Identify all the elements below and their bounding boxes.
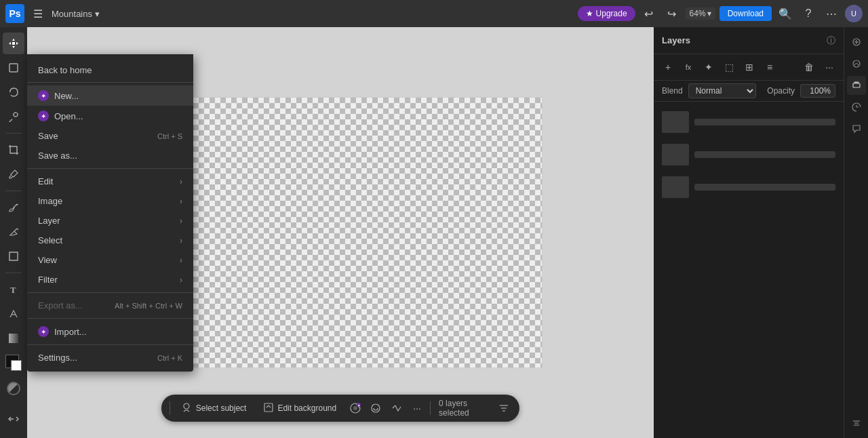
history-panel-button[interactable] — [847, 98, 866, 117]
user-avatar[interactable]: U — [845, 5, 863, 22]
contextual-task-1-button[interactable]: ✦ — [347, 399, 363, 418]
app-logo: Ps — [5, 4, 24, 23]
contextual-task-2-button[interactable] — [368, 399, 384, 418]
menu-item-image[interactable]: Image › — [27, 191, 193, 211]
layer-item[interactable] — [659, 140, 838, 170]
new-icon: ✦ — [38, 90, 49, 101]
layers-type-button[interactable]: ≡ — [761, 58, 778, 76]
select-subject-icon — [181, 402, 192, 415]
menu-item-view[interactable]: View › — [27, 250, 193, 270]
open-icon: ✦ — [38, 111, 49, 121]
layer-item[interactable] — [659, 107, 838, 137]
bottom-toolbar: Select subject Edit background ✦ ··· 0 — [161, 395, 519, 422]
opacity-value[interactable]: 100% — [800, 84, 835, 98]
blend-mode-row: Blend Normal Opacity 100% — [654, 81, 844, 102]
menu-item-filter[interactable]: Filter › — [27, 270, 193, 290]
back-to-home-item[interactable]: Back to home — [27, 58, 193, 83]
menu-item-export-as: Export as... Alt + Shift + Ctrl + W — [27, 296, 193, 315]
shape-tool[interactable] — [3, 245, 24, 267]
quick-mask-mode[interactable] — [7, 382, 20, 395]
collapse-panel-button[interactable] — [3, 408, 24, 430]
layers-panel: Layers ⓘ + fx ✦ ⬚ ⊞ ≡ 🗑 ··· Blend Normal… — [654, 27, 844, 438]
svg-rect-12 — [264, 403, 272, 412]
more-layers-button[interactable]: ··· — [821, 58, 838, 76]
selection-tool[interactable] — [3, 57, 24, 79]
main-area: T Back to home ✦ New... ✦ Open. — [0, 27, 868, 438]
menu-item-select[interactable]: Select › — [27, 231, 193, 250]
menu-item-open[interactable]: ✦ Open... — [27, 106, 193, 126]
menu-separator-2 — [27, 292, 193, 293]
layer-thumbnail — [662, 144, 689, 165]
layers-info-icon[interactable]: ⓘ — [827, 35, 835, 47]
svg-rect-0 — [12, 42, 15, 45]
upgrade-button[interactable]: ★ Upgrade — [578, 6, 635, 21]
gradient-tool[interactable] — [3, 327, 24, 349]
delete-layer-button[interactable]: 🗑 — [800, 58, 818, 76]
select-subject-button[interactable]: Select subject — [176, 399, 252, 418]
crop-tool[interactable] — [3, 139, 24, 161]
import-icon: ✦ — [38, 326, 49, 337]
fx-button[interactable]: fx — [679, 58, 697, 76]
apps-button[interactable]: ⋯ — [822, 4, 841, 23]
adjustments-panel-button[interactable] — [847, 54, 866, 73]
effects-button[interactable]: ✦ — [700, 58, 717, 76]
text-tool[interactable]: T — [3, 279, 24, 300]
download-button[interactable]: Download — [719, 6, 772, 21]
layer-thumbnail — [662, 176, 689, 198]
layer-name — [694, 119, 835, 125]
comments-panel-button[interactable] — [847, 119, 866, 138]
brush-tool[interactable] — [3, 197, 24, 218]
eraser-tool[interactable] — [3, 221, 24, 243]
menu-item-save[interactable]: Save Ctrl + S — [27, 126, 193, 146]
svg-point-17 — [372, 404, 380, 412]
svg-rect-25 — [853, 83, 860, 87]
svg-rect-10 — [9, 334, 18, 343]
contextual-task-3-button[interactable] — [389, 399, 404, 418]
eyedropper-tool[interactable] — [3, 163, 24, 185]
filter-settings-button[interactable] — [496, 399, 512, 418]
group-button[interactable]: ⊞ — [741, 58, 758, 76]
edit-background-button[interactable]: Edit background — [257, 399, 342, 418]
help-button[interactable]: ? — [799, 4, 818, 23]
lasso-tool[interactable] — [3, 81, 24, 103]
undo-button[interactable]: ↩ — [639, 4, 658, 23]
redo-button[interactable]: ↪ — [663, 4, 682, 23]
toolbar-divider-2 — [430, 401, 431, 415]
layers-list — [654, 102, 844, 438]
menu-separator-1 — [27, 168, 193, 169]
canvas[interactable] — [138, 97, 542, 368]
align-button[interactable] — [847, 414, 866, 433]
menu-item-import[interactable]: ✦ Import... — [27, 321, 193, 342]
more-options-button[interactable]: ··· — [410, 399, 425, 418]
layers-panel-toolbar: + fx ✦ ⬚ ⊞ ≡ 🗑 ··· — [654, 54, 844, 81]
pen-tool[interactable] — [3, 303, 24, 325]
toolbar-divider-1 — [170, 401, 170, 415]
svg-rect-1 — [9, 64, 18, 72]
file-menu: Back to home ✦ New... ✦ Open... Save Ctr… — [27, 54, 193, 372]
menu-item-save-as[interactable]: Save as... — [27, 146, 193, 165]
zoom-control[interactable]: 64% ▾ — [686, 7, 715, 20]
menu-item-settings[interactable]: Settings... Ctrl + K — [27, 348, 193, 367]
svg-rect-8 — [9, 252, 18, 260]
svg-point-11 — [184, 403, 189, 409]
background-color[interactable] — [11, 360, 22, 371]
menu-item-edit[interactable]: Edit › — [27, 172, 193, 191]
move-tool[interactable] — [3, 33, 24, 54]
menu-item-new[interactable]: ✦ New... — [27, 85, 193, 106]
search-button[interactable]: 🔍 — [776, 4, 795, 23]
document-title[interactable]: Mountains ▾ — [52, 9, 100, 19]
edit-background-icon — [262, 402, 273, 415]
wand-tool[interactable] — [3, 106, 24, 127]
layer-name — [694, 151, 835, 158]
mask-button[interactable]: ⬚ — [720, 58, 738, 76]
menu-button[interactable]: ☰ — [28, 4, 47, 23]
add-layer-button[interactable]: + — [659, 58, 677, 76]
layer-name — [694, 184, 835, 191]
blend-mode-select[interactable]: Normal — [688, 83, 757, 98]
layers-panel-button[interactable] — [847, 76, 866, 95]
menu-item-layer[interactable]: Layer › — [27, 211, 193, 231]
menu-separator-3 — [27, 318, 193, 319]
layer-item[interactable] — [659, 172, 838, 202]
layer-thumbnail — [662, 111, 689, 133]
properties-panel-button[interactable] — [847, 33, 866, 52]
